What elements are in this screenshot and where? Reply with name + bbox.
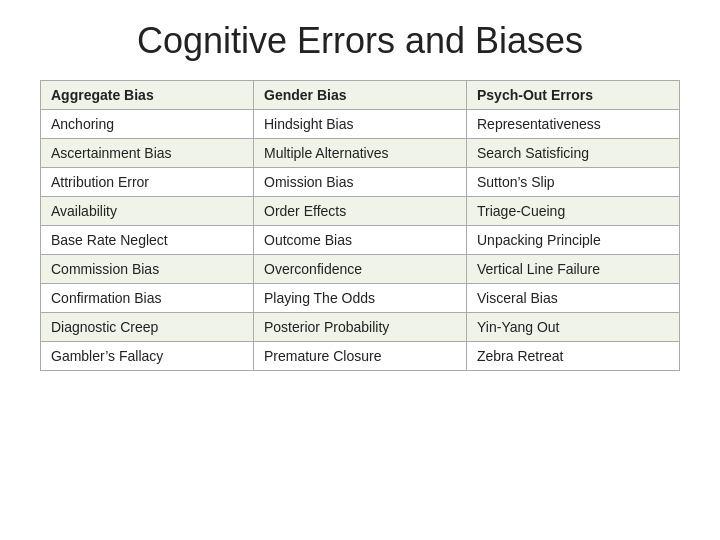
table-cell: Posterior Probability <box>254 313 467 342</box>
table-cell: Representativeness <box>467 110 680 139</box>
table-cell: Availability <box>41 197 254 226</box>
table-cell: Order Effects <box>254 197 467 226</box>
table-cell: Gambler’s Fallacy <box>41 342 254 371</box>
table-row: Commission BiasOverconfidenceVertical Li… <box>41 255 680 284</box>
table-cell: Unpacking Principle <box>467 226 680 255</box>
table-row: AvailabilityOrder EffectsTriage-Cueing <box>41 197 680 226</box>
table-cell: Gender Bias <box>254 81 467 110</box>
table-cell: Base Rate Neglect <box>41 226 254 255</box>
table-cell: Playing The Odds <box>254 284 467 313</box>
table-row: AnchoringHindsight BiasRepresentativenes… <box>41 110 680 139</box>
table-cell: Aggregate Bias <box>41 81 254 110</box>
table-cell: Commission Bias <box>41 255 254 284</box>
table-cell: Triage-Cueing <box>467 197 680 226</box>
table-row: Ascertainment BiasMultiple AlternativesS… <box>41 139 680 168</box>
table-cell: Attribution Error <box>41 168 254 197</box>
table-cell: Multiple Alternatives <box>254 139 467 168</box>
table-row: Confirmation BiasPlaying The OddsViscera… <box>41 284 680 313</box>
table-cell: Anchoring <box>41 110 254 139</box>
page-title: Cognitive Errors and Biases <box>137 20 583 62</box>
table-row: Gambler’s FallacyPremature ClosureZebra … <box>41 342 680 371</box>
table-cell: Yin-Yang Out <box>467 313 680 342</box>
table-cell: Hindsight Bias <box>254 110 467 139</box>
table-cell: Vertical Line Failure <box>467 255 680 284</box>
table-cell: Overconfidence <box>254 255 467 284</box>
table-row: Diagnostic CreepPosterior ProbabilityYin… <box>41 313 680 342</box>
table-cell: Confirmation Bias <box>41 284 254 313</box>
table-cell: Ascertainment Bias <box>41 139 254 168</box>
table-cell: Zebra Retreat <box>467 342 680 371</box>
table-cell: Premature Closure <box>254 342 467 371</box>
table-cell: Psych-Out Errors <box>467 81 680 110</box>
table-row: Attribution ErrorOmission BiasSutton’s S… <box>41 168 680 197</box>
table-cell: Search Satisficing <box>467 139 680 168</box>
biases-table: Aggregate BiasGender BiasPsych-Out Error… <box>40 80 680 371</box>
table-cell: Omission Bias <box>254 168 467 197</box>
table-cell: Visceral Bias <box>467 284 680 313</box>
table-row: Aggregate BiasGender BiasPsych-Out Error… <box>41 81 680 110</box>
table-cell: Outcome Bias <box>254 226 467 255</box>
table-row: Base Rate NeglectOutcome BiasUnpacking P… <box>41 226 680 255</box>
table-cell: Sutton’s Slip <box>467 168 680 197</box>
table-cell: Diagnostic Creep <box>41 313 254 342</box>
